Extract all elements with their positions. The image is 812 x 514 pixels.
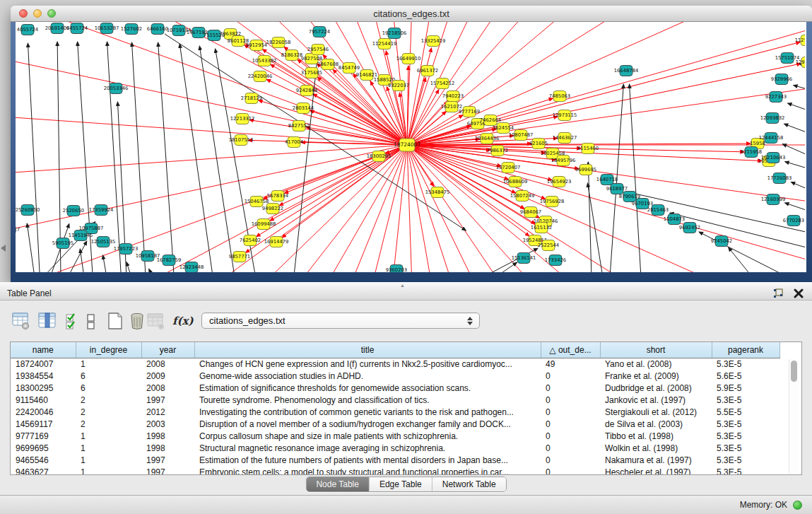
column-header-name[interactable]: name	[11, 342, 76, 358]
table-cell[interactable]: Franke et al. (2009)	[600, 370, 712, 382]
table-cell[interactable]: 2	[76, 394, 141, 406]
citation-edge-red[interactable]	[407, 145, 805, 272]
table-cell[interactable]: Structural magnetic resonance image aver…	[194, 442, 541, 454]
table-cell[interactable]: 14569117	[11, 418, 76, 430]
table-cell[interactable]: 5.9E-5	[712, 382, 779, 394]
table-row[interactable]: 977716911998Corpus callosum shape and si…	[11, 430, 779, 442]
graph-node[interactable]: 9227343	[765, 92, 787, 103]
citation-edge-black[interactable]	[785, 203, 805, 212]
graph-node[interactable]: 6770283	[783, 216, 804, 226]
graph-node[interactable]: 12505135	[91, 237, 116, 247]
graph-node[interactable]: 16648784	[614, 66, 639, 76]
graph-node[interactable]: 9360203	[386, 265, 407, 273]
citation-edge-black[interactable]	[180, 44, 213, 272]
table-cell[interactable]: 9777169	[11, 430, 76, 442]
table-cell[interactable]: Jankovic et al. (1997)	[600, 394, 712, 406]
column-header-indegree[interactable]: in_degree	[76, 342, 141, 358]
table-cell[interactable]: Wolkin et al. (1998)	[600, 442, 712, 454]
table-cell[interactable]: 5.3E-5	[712, 466, 779, 475]
table-cell[interactable]: Yano et al. (2008)	[600, 358, 712, 370]
citation-edge-red[interactable]	[407, 145, 805, 272]
panel-collapse-arrow[interactable]	[1, 245, 6, 252]
column-header-outde[interactable]: △ out_de...	[541, 342, 600, 358]
table-cell[interactable]: 5.6E-5	[712, 370, 779, 382]
graph-node[interactable]: 9329966	[771, 74, 792, 85]
table-row[interactable]: 969969511998Structural magnetic resonanc…	[11, 442, 779, 454]
graph-node[interactable]: 12093832	[760, 113, 785, 124]
table-selector-dropdown[interactable]: citations_edges.txt	[201, 313, 480, 329]
table-cell[interactable]: 19384554	[11, 370, 76, 382]
table-cell[interactable]: 49	[541, 358, 600, 370]
table-cell[interactable]: Tourette syndrome. Phenomenology and cla…	[194, 394, 541, 406]
table-cell[interactable]: Corpus callosum shape and size in male p…	[194, 430, 541, 442]
citation-edge-black[interactable]	[784, 124, 805, 134]
table-row[interactable]: 2242004622012Investigating the contribut…	[11, 406, 779, 418]
graph-node[interactable]: 10653287	[95, 23, 119, 34]
graph-node[interactable]: 9455724	[66, 23, 88, 34]
table-cell[interactable]: Estimation of the future numbers of pati…	[194, 454, 541, 466]
citation-edge-black[interactable]	[80, 249, 84, 272]
table-cell[interactable]: 22420046	[11, 406, 76, 418]
graph-node[interactable]: 417004	[285, 137, 303, 148]
table-cell[interactable]: 0	[541, 418, 600, 430]
tab-node-table[interactable]: Node Table	[306, 477, 370, 491]
graph-node[interactable]: 1091317	[16, 225, 20, 235]
column-header-year[interactable]: year	[141, 342, 194, 358]
column-header-short[interactable]: short	[600, 342, 712, 358]
table-cell[interactable]: 9465546	[11, 454, 76, 466]
citation-edge-red[interactable]	[407, 145, 805, 272]
table-cell[interactable]: 5.5E-5	[712, 406, 779, 418]
window-titlebar[interactable]: citations_edges.txt	[11, 6, 812, 22]
table-cell[interactable]: 9699695	[11, 442, 76, 454]
citation-edge-red[interactable]	[407, 145, 805, 272]
table-cell[interactable]: 1	[76, 358, 141, 370]
citation-edge-black[interactable]	[126, 262, 131, 272]
table-cell[interactable]: 0	[541, 430, 600, 442]
table-cell[interactable]: Nakamura et al. (1997)	[600, 454, 712, 466]
graph-node[interactable]: 19218506	[382, 28, 407, 39]
graph-node[interactable]: 1504873	[664, 214, 685, 225]
graph-node[interactable]: 15046758	[245, 197, 269, 207]
graph-node[interactable]: 15136141	[512, 253, 536, 264]
graph-node[interactable]: 16649910	[396, 54, 421, 64]
table-cell[interactable]: 0	[541, 442, 600, 454]
graph-node[interactable]: 17726083	[767, 173, 792, 184]
table-cell[interactable]: 2012	[141, 406, 194, 418]
new-column-icon[interactable]	[106, 312, 124, 330]
table-cell[interactable]: 1998	[141, 442, 194, 454]
citation-edge-black[interactable]	[791, 182, 805, 191]
graph-node[interactable]: 7485063	[549, 91, 570, 102]
graph-node[interactable]: 6466160	[147, 24, 168, 35]
graph-node[interactable]: 16099488	[252, 219, 276, 230]
graph-node[interactable]: 10688609	[503, 177, 528, 187]
table-cell[interactable]: 1	[76, 442, 141, 454]
graph-node[interactable]: 8912954	[246, 40, 267, 51]
float-panel-icon[interactable]	[772, 288, 784, 299]
table-cell[interactable]: 2009	[141, 370, 194, 382]
table-cell[interactable]: 2003	[141, 418, 194, 430]
graph-node[interactable]: 11254419	[372, 39, 397, 49]
table-cell[interactable]: 1998	[141, 430, 194, 442]
graph-node[interactable]: 1527602	[121, 24, 142, 35]
citation-edge-black[interactable]	[729, 247, 751, 272]
graph-node[interactable]: 12213312	[230, 114, 255, 124]
table-cell[interactable]: 0	[541, 454, 600, 466]
table-row[interactable]: 1872400712008Changes of HCN gene express…	[11, 358, 779, 370]
graph-node[interactable]: 12973115	[553, 110, 577, 121]
table-cell[interactable]: 1	[76, 430, 141, 442]
table-cell[interactable]: 0	[541, 406, 600, 418]
table-cell[interactable]: 2008	[141, 382, 194, 394]
citation-edge-red[interactable]	[310, 110, 407, 145]
splitter-handle-icon[interactable]: ▲	[400, 284, 407, 287]
graph-node[interactable]: 17359924	[89, 205, 114, 216]
graph-node[interactable]: 19654923	[547, 177, 572, 187]
table-cell[interactable]: 9463627	[11, 466, 76, 475]
function-builder-icon[interactable]: f(x)	[172, 312, 191, 330]
graph-node[interactable]: 7625402	[240, 235, 261, 246]
table-cell[interactable]: 1997	[141, 394, 194, 406]
table-cell[interactable]: 0	[541, 466, 600, 475]
table-row[interactable]: 946362711997Embryonic stem cells: a mode…	[11, 466, 779, 475]
column-header-pagerank[interactable]: pagerank	[712, 342, 779, 358]
show-columns-icon[interactable]	[38, 312, 57, 330]
table-cell[interactable]: 2	[76, 406, 141, 418]
